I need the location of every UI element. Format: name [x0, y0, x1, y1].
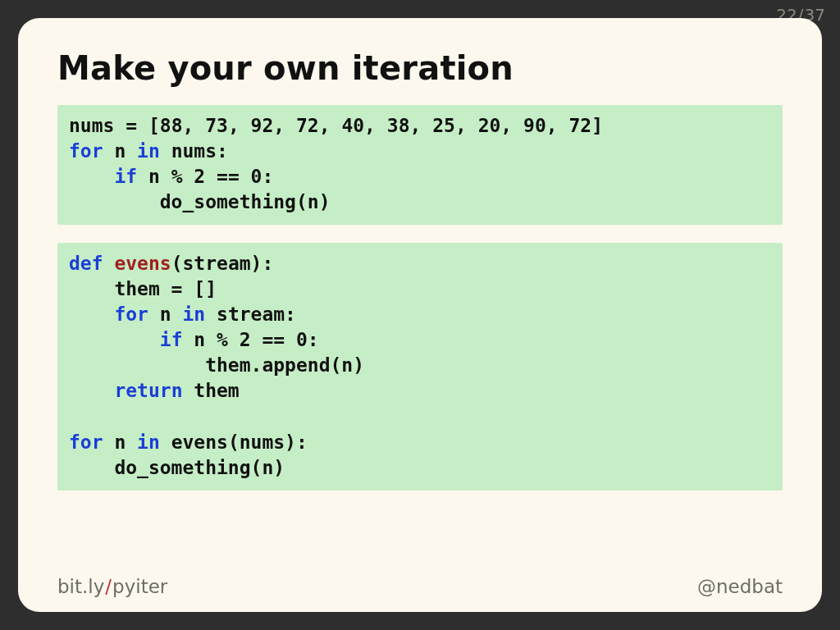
footer-url-slash: /	[105, 576, 112, 597]
slide: Make your own iteration nums = [88, 73, …	[18, 18, 822, 612]
footer-handle: @nedbat	[697, 576, 783, 597]
footer-url-prefix: bit.ly	[57, 576, 104, 597]
slide-footer: bit.ly/pyiter @nedbat	[57, 576, 783, 597]
code-block-2: def evens(stream): them = [] for n in st…	[57, 243, 783, 490]
footer-url: bit.ly/pyiter	[57, 576, 167, 597]
code-block-1: nums = [88, 73, 92, 72, 40, 38, 25, 20, …	[57, 105, 783, 225]
stage: 22/37 Make your own iteration nums = [88…	[0, 0, 840, 630]
footer-url-path: pyiter	[112, 576, 167, 597]
slide-title: Make your own iteration	[57, 49, 783, 87]
